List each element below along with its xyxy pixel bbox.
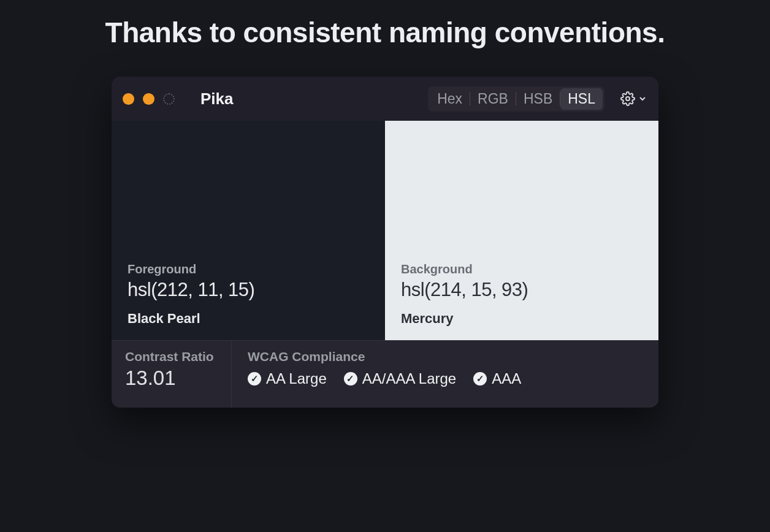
- wcag-badge: ✓ AA Large: [248, 370, 327, 387]
- window-maximize-icon[interactable]: [163, 93, 175, 105]
- swatches: Foreground hsl(212, 11, 15) Black Pearl …: [112, 121, 658, 340]
- check-icon: ✓: [248, 372, 261, 386]
- wcag-label: WCAG Compliance: [248, 349, 642, 364]
- page-headline: Thanks to consistent naming conventions.: [105, 11, 665, 55]
- background-swatch[interactable]: Background hsl(214, 15, 93) Mercury: [385, 121, 658, 340]
- settings-button[interactable]: [620, 91, 647, 106]
- background-name: Mercury: [401, 311, 642, 327]
- format-tab-hex[interactable]: Hex: [430, 88, 470, 110]
- wcag-section: WCAG Compliance ✓ AA Large ✓ AA/AAA Larg…: [232, 341, 658, 408]
- foreground-role-label: Foreground: [128, 262, 369, 276]
- app-title: Pika: [200, 89, 234, 108]
- wcag-badge: ✓ AAA: [473, 370, 521, 387]
- window-minimize-icon[interactable]: [143, 93, 154, 105]
- svg-point-0: [626, 97, 630, 101]
- gear-icon: [620, 91, 635, 106]
- foreground-value: hsl(212, 11, 15): [128, 279, 369, 301]
- check-icon: ✓: [473, 372, 487, 386]
- foreground-name: Black Pearl: [128, 311, 369, 327]
- traffic-lights: [123, 93, 175, 105]
- window-close-icon[interactable]: [123, 93, 134, 105]
- wcag-badge-label: AA/AAA Large: [362, 370, 456, 387]
- format-tab-rgb[interactable]: RGB: [470, 88, 516, 110]
- contrast-label: Contrast Ratio: [125, 349, 218, 364]
- app-window: Pika Hex RGB HSB HSL: [112, 77, 658, 408]
- format-tab-hsb[interactable]: HSB: [516, 88, 560, 110]
- contrast-value: 13.01: [125, 367, 218, 390]
- background-role-label: Background: [401, 262, 642, 276]
- background-value: hsl(214, 15, 93): [401, 279, 642, 301]
- format-tabs: Hex RGB HSB HSL: [428, 86, 604, 112]
- wcag-badge-label: AAA: [492, 370, 521, 387]
- wcag-badge: ✓ AA/AAA Large: [344, 370, 456, 387]
- title-bar: Pika Hex RGB HSB HSL: [112, 77, 658, 121]
- foreground-swatch[interactable]: Foreground hsl(212, 11, 15) Black Pearl: [112, 121, 385, 340]
- check-icon: ✓: [344, 372, 357, 386]
- wcag-badge-label: AA Large: [266, 370, 327, 387]
- contrast-section: Contrast Ratio 13.01: [112, 341, 232, 408]
- chevron-down-icon: [638, 94, 647, 104]
- footer: Contrast Ratio 13.01 WCAG Compliance ✓ A…: [112, 340, 658, 408]
- wcag-badges: ✓ AA Large ✓ AA/AAA Large ✓ AAA: [248, 370, 642, 387]
- format-tab-hsl[interactable]: HSL: [560, 88, 603, 110]
